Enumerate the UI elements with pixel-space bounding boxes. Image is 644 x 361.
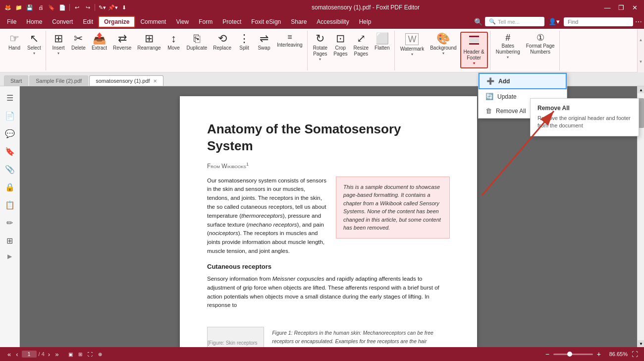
menu-view[interactable]: View [171,16,194,28]
rotate-icon: ↻ [316,33,324,44]
tell-me-box[interactable]: 🔍 Tell me... [485,17,544,26]
menu-help[interactable]: Help [354,16,376,28]
replace-button[interactable]: ⟲ Replace [211,32,234,53]
fullscreen-btn[interactable]: ⛶ [632,351,638,358]
qa-undo[interactable]: ↩ [72,2,82,12]
tab-sample-file[interactable]: Sample File (2).pdf [29,75,88,86]
restore-button[interactable]: ❐ [616,2,626,12]
user-icon[interactable]: 👤▾ [546,17,562,26]
reverse-button[interactable]: ⇄ Reverse [110,32,134,53]
nav-last-btn[interactable]: » [54,350,60,359]
scrollbar-down-btn[interactable]: ▼ [638,340,644,347]
dropdown-add[interactable]: ➕ Add [479,73,567,89]
tab-somatosensory-close[interactable]: ✕ [153,78,157,84]
page-number-input[interactable] [22,351,37,358]
interleaving-button[interactable]: ≡ Interleaving [274,32,305,50]
rotate-pages-button[interactable]: ↻ RotatePages▾ [311,32,330,63]
svg-rect-1 [469,38,479,42]
tab-start-label: Start [10,78,22,84]
move-button[interactable]: ↕ Move [164,32,183,53]
qa-separator2 [95,4,95,11]
resize-pages-button[interactable]: ⤢ ResizePages [351,32,371,59]
menu-comment[interactable]: Comment [135,16,171,28]
reverse-icon: ⇄ [118,33,127,44]
menu-convert[interactable]: Convert [47,16,78,28]
qa-down[interactable]: ⬇ [119,2,129,12]
extract-button[interactable]: 📤 Extract [89,32,109,53]
select-label: Select [27,45,41,51]
swap-icon: ⇌ [260,33,268,44]
sidebar-pages-icon[interactable]: 📄 [2,108,17,123]
view-zoom-icon[interactable]: ⊕ [96,350,105,359]
italic-mechano: mechano receptors [248,222,297,228]
move-icon: ↕ [171,33,176,44]
zoom-minus-btn[interactable]: − [545,350,549,358]
swap-button[interactable]: ⇌ Swap [255,32,273,53]
crop-pages-button[interactable]: ⊡ CropPages [331,32,350,59]
sidebar-grid-icon[interactable]: ⊞ [2,233,17,248]
sidebar-nav-icon[interactable]: ☰ [2,90,17,105]
header-footer-button[interactable]: Header &Footer▾ [460,32,488,68]
background-button[interactable]: 🎨 Background▾ [428,32,459,58]
ribbon-scroll-down[interactable]: ▼ [639,60,643,64]
sidebar-clipboard-icon[interactable]: 📋 [2,197,17,212]
nav-prev-btn[interactable]: ‹ [14,350,19,359]
nav-next-btn[interactable]: › [47,350,52,359]
qa-pen[interactable]: ✎▾ [97,2,107,12]
page-tools-buttons: ↻ RotatePages▾ ⊡ CropPages ⤢ ResizePages… [311,32,392,69]
menu-edit[interactable]: Edit [78,16,98,28]
menu-foxit-esign[interactable]: Foxit eSign [246,16,286,28]
italic-thermo: thermoreceptors [241,213,283,219]
flatten-button[interactable]: ⬜ Flatten [372,32,392,53]
delete-button[interactable]: ✂ Delete [69,32,88,53]
left-sidebar: ☰ 📄 💬 🔖 📎 🔒 📋 ✏ ⊞ ▶ [0,86,20,347]
nav-first-btn[interactable]: « [6,350,12,359]
bates-numbering-button[interactable]: # BatesNumbering▾ [493,32,523,61]
format-page-numbers-button[interactable]: ① Format PageNumbers [524,32,557,57]
select-button[interactable]: ↖ Select ▾ [25,32,44,58]
insert-button[interactable]: ⊞ Insert▾ [49,32,68,58]
rearrange-button[interactable]: ⊞ Rearrange [135,32,163,53]
minimize-button[interactable]: — [602,2,612,12]
search-icon[interactable]: 🔍 [473,17,483,27]
split-button[interactable]: ⋮ Split [235,32,254,53]
view-grid-icon[interactable]: ⊞ [76,350,85,359]
qa-open[interactable]: 📁 [14,2,24,12]
qa-new[interactable]: 📄 [57,2,67,12]
qa-pin[interactable]: 📌▾ [108,2,118,12]
tab-somatosensory[interactable]: somatosensory (1).pdf ✕ [89,75,163,86]
view-fullscreen-icon[interactable]: ⛶ [86,350,95,359]
qa-print[interactable]: 🖨 [36,2,46,12]
numbering-buttons: # BatesNumbering▾ ① Format PageNumbers [493,32,557,69]
watermark-button[interactable]: W Watermark▾ [398,32,427,59]
sidebar-expand-btn[interactable]: ▶ [7,253,12,260]
duplicate-button[interactable]: ⎘ Duplicate [184,32,210,53]
zoom-slider[interactable] [553,354,593,355]
zoom-plus-btn[interactable]: + [597,350,601,358]
menu-protect[interactable]: Protect [217,16,246,28]
find-input[interactable] [564,17,633,26]
sidebar-edit-icon[interactable]: ✏ [2,215,17,230]
sidebar-bookmarks-icon[interactable]: 🔖 [2,144,17,159]
menu-file[interactable]: File [2,16,21,28]
scrollbar-up-btn[interactable]: ▲ [638,86,644,93]
sidebar-attachments-icon[interactable]: 📎 [2,162,17,177]
tab-start[interactable]: Start [4,75,28,86]
menu-share[interactable]: Share [286,16,312,28]
menu-home[interactable]: Home [21,16,47,28]
menu-organize[interactable]: Organize [98,16,135,28]
remove-all-label: Remove All [496,108,526,115]
qa-save[interactable]: 💾 [25,2,35,12]
hand-button[interactable]: ☞ Hand [5,32,24,53]
sidebar-security-icon[interactable]: 🔒 [2,180,17,194]
menu-accessibility[interactable]: Accessibility [312,16,354,28]
sidebar-comments-icon[interactable]: 💬 [2,126,17,141]
ribbon-scroll-up[interactable]: ▲ [639,38,643,42]
section-heading: Cutaneous receptors [207,262,450,272]
qa-redo[interactable]: ↪ [83,2,93,12]
menu-form[interactable]: Form [194,16,217,28]
qa-bookmark[interactable]: 🔖 [47,2,56,12]
view-single-icon[interactable]: ▣ [66,350,75,359]
more-options-icon[interactable]: ⋯ [635,18,642,26]
close-button[interactable]: ✕ [630,2,640,12]
